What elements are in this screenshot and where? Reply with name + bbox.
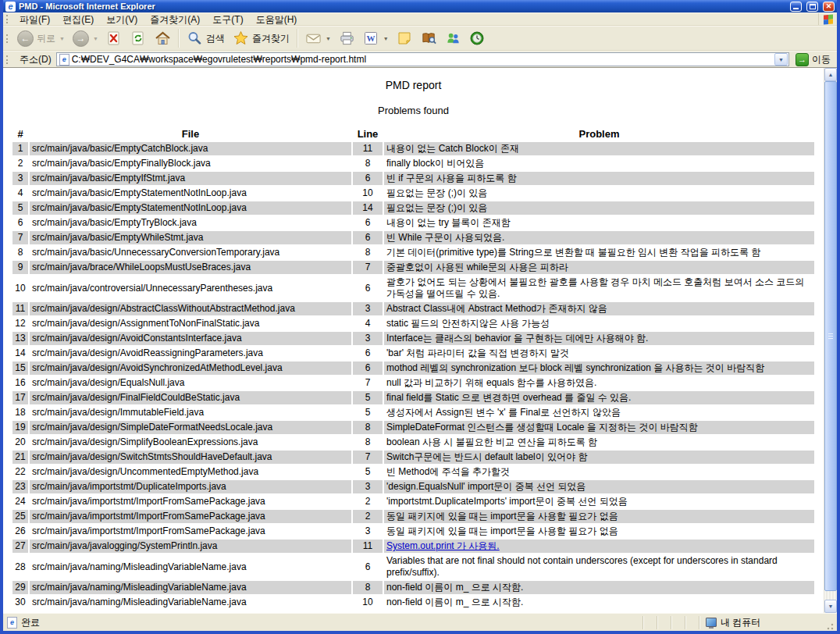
row-line: 3 [353,302,383,315]
scroll-down-button[interactable]: ▼ [824,600,837,613]
book-search-icon [421,30,437,47]
row-problem: 빈 Method에 주석을 추가할것 [386,466,510,477]
forward-button[interactable]: → ▼ [69,27,102,49]
row-line: 6 [353,172,383,185]
row-file: src/main/java/controversial/UnnecessaryP… [30,276,351,301]
row-number: 8 [12,246,28,259]
row-problem: 동일 패키지에 있을 때는 import문을 사용할 필요가 없음 [386,525,618,536]
toolbar-grip-2[interactable] [6,34,10,43]
menu-item[interactable]: 도움말(H) [250,13,304,26]
scroll-track[interactable] [824,81,837,600]
row-number: 23 [12,480,28,493]
row-number: 27 [12,540,28,553]
row-file: src/main/java/design/FinalFieldCouldBeSt… [30,391,351,404]
ie-logo-icon: e [5,2,16,12]
row-problem: finally block이 비어있음 [386,158,484,169]
menu-item[interactable]: 보기(V) [100,13,144,26]
row-problem: null 값과 비교하기 위해 equals 함수를 사용하였음. [386,377,596,388]
row-problem: 내용이 없는 Catch Block이 존재 [386,143,519,154]
table-row: 13 src/main/java/design/AvoidConstantsIn… [12,332,814,345]
row-number: 13 [12,332,28,345]
row-number: 21 [12,451,28,464]
address-input[interactable]: e C:₩DEV_G4CA₩workspace₩egovruletest₩rep… [56,52,789,66]
row-number: 25 [12,510,28,523]
mail-button[interactable]: ▼ [301,27,335,49]
back-button[interactable]: ← 뒤로 ▼ [13,27,69,49]
row-line: 6 [353,231,383,244]
table-row: 1 src/main/java/basic/EmptyCatchBlock.ja… [12,142,814,155]
row-problem: Interface는 클래스의 behavior 을 구현하는 데에만 사용해야… [386,333,648,344]
menu-item[interactable]: 즐겨찾기(A) [144,13,206,26]
row-problem: 필요없는 문장 (;)이 있음 [386,202,487,213]
table-row: 11 src/main/java/design/AbstractClassWit… [12,302,814,315]
research-button[interactable] [417,27,441,49]
row-line: 8 [353,246,383,259]
scroll-thumb[interactable] [824,81,837,591]
history-button[interactable] [465,27,489,49]
table-row: 23 src/main/java/importstmt/DuplicateImp… [12,480,814,493]
search-icon [187,30,203,47]
header-problem: Problem [384,127,814,141]
maximize-button[interactable] [806,2,818,12]
minimize-button[interactable] [790,2,802,12]
report-table: # File Line Problem 1 src/main/java/basi… [11,126,816,611]
row-file: src/main/java/naming/MisleadingVariableN… [30,581,351,594]
row-number: 5 [12,201,28,215]
note-icon [397,30,413,47]
table-row: 24 src/main/java/importstmt/ImportFromSa… [12,495,814,508]
table-row: 16 src/main/java/design/EqualsNull.java … [12,376,814,390]
header-file: File [30,127,351,141]
toolbar-grip[interactable] [6,15,10,23]
addressbar-grip[interactable] [6,55,10,64]
stop-button[interactable] [102,27,126,49]
messenger-button[interactable] [441,27,465,49]
search-button[interactable]: 검색 [183,27,229,49]
print-button[interactable] [335,27,359,49]
row-problem: 괄호가 없어도 되는 상황에서 불필요한 괄호를 사용할 경우 마치 메소드 호… [386,276,804,299]
row-line: 2 [353,495,383,508]
close-button[interactable]: ✕ [823,2,835,12]
row-number: 26 [12,525,28,538]
home-button[interactable] [151,27,175,49]
address-label: 주소(D) [20,53,52,66]
row-problem: 동일 패키지에 있을 때는 import문을 사용할 필요가 없음 [386,511,618,522]
resize-grip[interactable] [824,620,835,631]
table-row: 15 src/main/java/design/AvoidSynchronize… [12,362,814,375]
row-line: 8 [353,157,383,170]
row-problem: 내용이 없는 try 블록이 존재함 [386,217,511,228]
favorites-star-icon [233,30,249,47]
table-row: 30 src/main/java/naming/MisleadingVariab… [12,596,814,609]
zone-text: 내 컴퓨터 [721,616,760,629]
row-number: 7 [12,231,28,244]
row-problem: boolean 사용 시 불필요한 비교 연산을 피하도록 함 [386,436,597,447]
menu-item[interactable]: 편집(E) [56,13,100,26]
status-pane [685,616,699,629]
forward-icon: → [73,30,89,47]
row-number: 17 [12,391,28,404]
go-button[interactable]: → 이동 [796,53,831,66]
favorites-button[interactable]: 즐겨찾기 [229,27,294,49]
row-problem: mothod 레벨의 synchronization 보다 block 레벨 s… [386,362,764,373]
refresh-button[interactable] [126,27,151,49]
vertical-scrollbar[interactable]: ▲ ▼ [824,68,837,613]
discuss-button[interactable] [393,27,417,49]
search-label: 검색 [206,32,225,45]
menu-bar: 파일(F)편집(E)보기(V)즐겨찾기(A)도구(T)도움말(H) [3,12,837,26]
row-problem: SimpleDateFormat 인스턴스를 생성할때 Locale 을 지정하… [386,422,698,433]
menu-item[interactable]: 파일(F) [13,13,56,26]
problem-link[interactable]: System.out.print 가 사용됨. [386,540,500,551]
row-file: src/main/java/basic/EmptyStatementNotInL… [30,201,351,215]
content-area: PMD report Problems found # File Line Pr… [3,68,837,613]
row-number: 6 [12,216,28,230]
menu-item[interactable]: 도구(T) [206,13,249,26]
row-number: 22 [12,465,28,479]
address-bar: 주소(D) e C:₩DEV_G4CA₩workspace₩egovrulete… [3,51,837,68]
edit-with-word-button[interactable]: W ▼ [359,27,393,49]
address-dropdown-button[interactable]: ▼ [774,53,788,66]
page-title: PMD report [3,79,824,91]
row-line: 6 [353,347,383,360]
row-line: 7 [353,376,383,390]
row-problem: final field를 Static 으로 변경하면 overhead 를 줄… [386,392,631,403]
scroll-up-button[interactable]: ▲ [824,68,837,81]
page-subtitle: Problems found [3,105,824,116]
